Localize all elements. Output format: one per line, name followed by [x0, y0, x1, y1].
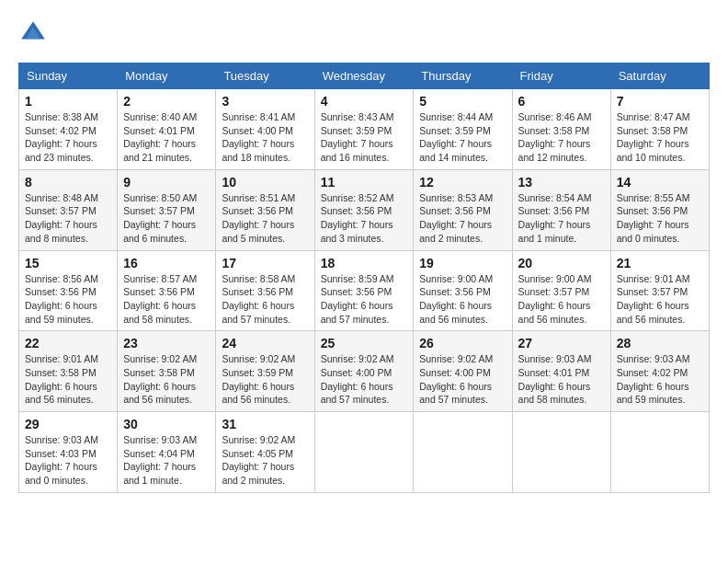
- day-cell-14: 14Sunrise: 8:55 AM Sunset: 3:56 PM Dayli…: [610, 169, 709, 250]
- day-cell-5: 5Sunrise: 8:44 AM Sunset: 3:59 PM Daylig…: [414, 89, 512, 170]
- day-number: 21: [617, 256, 703, 270]
- day-info: Sunrise: 9:02 AM Sunset: 4:05 PM Dayligh…: [222, 433, 308, 488]
- week-row-1: 1Sunrise: 8:38 AM Sunset: 4:02 PM Daylig…: [19, 89, 710, 170]
- day-cell-3: 3Sunrise: 8:41 AM Sunset: 4:00 PM Daylig…: [216, 89, 314, 170]
- day-number: 8: [25, 175, 111, 190]
- day-info: Sunrise: 8:52 AM Sunset: 3:56 PM Dayligh…: [321, 191, 408, 246]
- empty-cell: [414, 412, 512, 493]
- day-number: 31: [222, 417, 308, 431]
- day-cell-27: 27Sunrise: 9:03 AM Sunset: 4:01 PM Dayli…: [512, 331, 610, 412]
- day-number: 2: [123, 94, 210, 109]
- day-info: Sunrise: 9:03 AM Sunset: 4:04 PM Dayligh…: [123, 433, 210, 488]
- day-number: 15: [25, 256, 111, 270]
- day-number: 7: [617, 94, 703, 109]
- day-cell-10: 10Sunrise: 8:51 AM Sunset: 3:56 PM Dayli…: [216, 169, 314, 250]
- day-number: 1: [25, 94, 111, 109]
- day-number: 10: [222, 175, 308, 190]
- day-number: 28: [617, 336, 703, 350]
- day-info: Sunrise: 8:43 AM Sunset: 3:59 PM Dayligh…: [321, 110, 408, 165]
- day-info: Sunrise: 8:38 AM Sunset: 4:02 PM Dayligh…: [25, 110, 111, 165]
- day-info: Sunrise: 9:03 AM Sunset: 4:01 PM Dayligh…: [518, 352, 605, 407]
- day-cell-20: 20Sunrise: 9:00 AM Sunset: 3:57 PM Dayli…: [512, 250, 610, 331]
- day-cell-16: 16Sunrise: 8:57 AM Sunset: 3:56 PM Dayli…: [118, 250, 216, 331]
- week-row-5: 29Sunrise: 9:03 AM Sunset: 4:03 PM Dayli…: [19, 412, 710, 493]
- logo: [18, 18, 51, 48]
- day-cell-6: 6Sunrise: 8:46 AM Sunset: 3:58 PM Daylig…: [512, 89, 610, 170]
- day-info: Sunrise: 9:02 AM Sunset: 3:58 PM Dayligh…: [123, 352, 210, 407]
- day-number: 22: [25, 336, 111, 350]
- day-cell-26: 26Sunrise: 9:02 AM Sunset: 4:00 PM Dayli…: [414, 331, 512, 412]
- day-cell-17: 17Sunrise: 8:58 AM Sunset: 3:56 PM Dayli…: [216, 250, 314, 331]
- day-info: Sunrise: 8:54 AM Sunset: 3:56 PM Dayligh…: [518, 191, 605, 246]
- day-info: Sunrise: 8:40 AM Sunset: 4:01 PM Dayligh…: [123, 110, 210, 165]
- day-number: 27: [518, 336, 605, 350]
- day-info: Sunrise: 8:48 AM Sunset: 3:57 PM Dayligh…: [25, 191, 111, 246]
- day-info: Sunrise: 8:58 AM Sunset: 3:56 PM Dayligh…: [222, 272, 308, 327]
- day-info: Sunrise: 9:00 AM Sunset: 3:57 PM Dayligh…: [518, 272, 605, 327]
- day-cell-24: 24Sunrise: 9:02 AM Sunset: 3:59 PM Dayli…: [216, 331, 314, 412]
- day-header-wednesday: Wednesday: [314, 63, 414, 89]
- calendar: SundayMondayTuesdayWednesdayThursdayFrid…: [18, 63, 710, 493]
- day-info: Sunrise: 9:00 AM Sunset: 3:56 PM Dayligh…: [419, 272, 506, 327]
- day-cell-9: 9Sunrise: 8:50 AM Sunset: 3:57 PM Daylig…: [118, 169, 216, 250]
- week-row-4: 22Sunrise: 9:01 AM Sunset: 3:58 PM Dayli…: [19, 331, 710, 412]
- day-info: Sunrise: 9:03 AM Sunset: 4:02 PM Dayligh…: [617, 352, 703, 407]
- day-info: Sunrise: 8:56 AM Sunset: 3:56 PM Dayligh…: [25, 272, 111, 327]
- day-number: 30: [123, 417, 210, 431]
- day-info: Sunrise: 8:46 AM Sunset: 3:58 PM Dayligh…: [518, 110, 605, 165]
- day-cell-29: 29Sunrise: 9:03 AM Sunset: 4:03 PM Dayli…: [19, 412, 118, 493]
- day-info: Sunrise: 8:55 AM Sunset: 3:56 PM Dayligh…: [617, 191, 703, 246]
- day-number: 19: [419, 256, 506, 270]
- day-header-tuesday: Tuesday: [216, 63, 314, 89]
- day-number: 29: [25, 417, 111, 431]
- day-header-sunday: Sunday: [19, 63, 118, 89]
- day-cell-11: 11Sunrise: 8:52 AM Sunset: 3:56 PM Dayli…: [314, 169, 414, 250]
- day-info: Sunrise: 9:01 AM Sunset: 3:58 PM Dayligh…: [25, 352, 111, 407]
- day-info: Sunrise: 8:57 AM Sunset: 3:56 PM Dayligh…: [123, 272, 210, 327]
- day-number: 24: [222, 336, 308, 350]
- week-row-3: 15Sunrise: 8:56 AM Sunset: 3:56 PM Dayli…: [19, 250, 710, 331]
- day-header-thursday: Thursday: [414, 63, 512, 89]
- day-cell-31: 31Sunrise: 9:02 AM Sunset: 4:05 PM Dayli…: [216, 412, 314, 493]
- day-number: 6: [518, 94, 605, 109]
- day-number: 26: [419, 336, 506, 350]
- day-cell-23: 23Sunrise: 9:02 AM Sunset: 3:58 PM Dayli…: [118, 331, 216, 412]
- day-header-saturday: Saturday: [610, 63, 709, 89]
- header: [18, 18, 710, 48]
- empty-cell: [610, 412, 709, 493]
- day-info: Sunrise: 9:03 AM Sunset: 4:03 PM Dayligh…: [25, 433, 111, 488]
- day-info: Sunrise: 9:02 AM Sunset: 4:00 PM Dayligh…: [321, 352, 408, 407]
- day-cell-8: 8Sunrise: 8:48 AM Sunset: 3:57 PM Daylig…: [19, 169, 118, 250]
- day-number: 25: [321, 336, 408, 350]
- day-number: 13: [518, 175, 605, 190]
- day-info: Sunrise: 8:59 AM Sunset: 3:56 PM Dayligh…: [321, 272, 408, 327]
- day-header-friday: Friday: [512, 63, 610, 89]
- logo-icon: [18, 18, 48, 48]
- empty-cell: [512, 412, 610, 493]
- day-cell-28: 28Sunrise: 9:03 AM Sunset: 4:02 PM Dayli…: [610, 331, 709, 412]
- day-info: Sunrise: 8:44 AM Sunset: 3:59 PM Dayligh…: [419, 110, 506, 165]
- day-info: Sunrise: 8:50 AM Sunset: 3:57 PM Dayligh…: [123, 191, 210, 246]
- week-row-2: 8Sunrise: 8:48 AM Sunset: 3:57 PM Daylig…: [19, 169, 710, 250]
- day-number: 14: [617, 175, 703, 190]
- day-cell-22: 22Sunrise: 9:01 AM Sunset: 3:58 PM Dayli…: [19, 331, 118, 412]
- day-cell-1: 1Sunrise: 8:38 AM Sunset: 4:02 PM Daylig…: [19, 89, 118, 170]
- day-cell-30: 30Sunrise: 9:03 AM Sunset: 4:04 PM Dayli…: [118, 412, 216, 493]
- day-cell-18: 18Sunrise: 8:59 AM Sunset: 3:56 PM Dayli…: [314, 250, 414, 331]
- day-info: Sunrise: 8:47 AM Sunset: 3:58 PM Dayligh…: [617, 110, 703, 165]
- day-number: 17: [222, 256, 308, 270]
- day-info: Sunrise: 9:02 AM Sunset: 4:00 PM Dayligh…: [419, 352, 506, 407]
- day-number: 23: [123, 336, 210, 350]
- day-number: 4: [321, 94, 408, 109]
- day-cell-25: 25Sunrise: 9:02 AM Sunset: 4:00 PM Dayli…: [314, 331, 414, 412]
- day-info: Sunrise: 8:41 AM Sunset: 4:00 PM Dayligh…: [222, 110, 308, 165]
- empty-cell: [314, 412, 414, 493]
- day-cell-7: 7Sunrise: 8:47 AM Sunset: 3:58 PM Daylig…: [610, 89, 709, 170]
- day-cell-13: 13Sunrise: 8:54 AM Sunset: 3:56 PM Dayli…: [512, 169, 610, 250]
- day-header-monday: Monday: [118, 63, 216, 89]
- day-number: 9: [123, 175, 210, 190]
- day-info: Sunrise: 9:01 AM Sunset: 3:57 PM Dayligh…: [617, 272, 703, 327]
- day-number: 11: [321, 175, 408, 190]
- day-cell-12: 12Sunrise: 8:53 AM Sunset: 3:56 PM Dayli…: [414, 169, 512, 250]
- day-info: Sunrise: 8:51 AM Sunset: 3:56 PM Dayligh…: [222, 191, 308, 246]
